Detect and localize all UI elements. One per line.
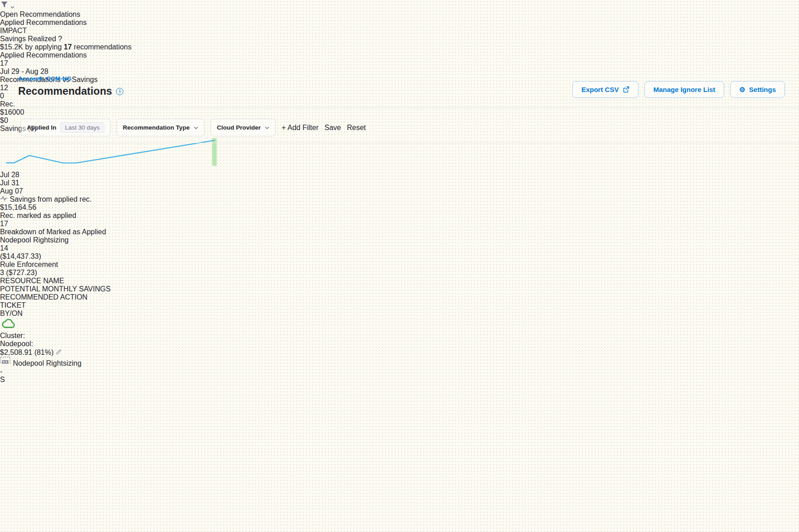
breakdown-row-label: Rule Enforcement	[0, 261, 799, 269]
resource-name-cell: Cluster: Nodepool:	[0, 332, 799, 348]
right-axis-tick-top: $16000	[0, 108, 799, 116]
export-csv-label: Export CSV	[581, 86, 619, 93]
applied-in-label: Applied In	[27, 124, 56, 131]
legend-line-value: $15,164.56	[0, 203, 799, 212]
funnel-icon	[0, 0, 9, 9]
col-header-ticket[interactable]: TICKET	[0, 301, 799, 310]
x-axis-label: Aug 07	[0, 187, 799, 195]
applied-count: 17	[0, 59, 799, 68]
recommendations-page: Account: CCM-NG Recommendations i Export…	[0, 0, 799, 532]
info-icon[interactable]: i	[116, 88, 123, 95]
page-title: Recommendations	[18, 85, 112, 97]
impact-strip-label: IMPACT	[0, 27, 27, 34]
applied-in-value[interactable]: Last 30 days	[60, 122, 104, 133]
breakdown-row: Nodepool Rightsizing 14 ($14,437.33)	[0, 236, 799, 261]
col-header-resource-name[interactable]: RESOURCE NAME	[0, 277, 799, 285]
chevron-down-icon	[194, 126, 198, 129]
tab-applied-recommendations[interactable]: Applied Recommendations	[0, 19, 799, 27]
chevron-down-icon	[265, 126, 269, 129]
question-icon[interactable]: ?	[58, 35, 62, 43]
manage-ignore-list-button[interactable]: Manage Ignore List	[644, 81, 725, 98]
savings-realized-title: Savings Realized	[0, 35, 56, 43]
col-header-potential-monthly-savings[interactable]: POTENTIAL MONTHLY SAVINGS	[0, 285, 799, 293]
account-breadcrumb[interactable]: Account: CCM-NG	[18, 75, 72, 82]
x-axis-label: Jul 28	[0, 171, 799, 179]
tab-open-recommendations[interactable]: Open Recommendations	[0, 10, 799, 19]
desc-post: recommendations	[74, 43, 132, 51]
filter-applied-in[interactable]: Applied In Last 30 days	[20, 119, 111, 136]
savings-percent: (81%)	[34, 348, 54, 356]
savings-value: $2,508.91	[0, 348, 32, 356]
save-filter-link[interactable]: Save	[324, 124, 341, 132]
savings-realized-card: IMPACT Savings Realized ? $15.2K by appl…	[0, 27, 799, 51]
potential-savings-cell: $2,508.91 (81%)	[0, 348, 799, 357]
applied-card-title: Applied Recommendations	[0, 51, 799, 59]
breakdown-row-value-line1: 14	[0, 244, 799, 252]
filterbar-divider	[0, 143, 799, 143]
legend-rec-bar: Rec. marked as applied 17	[0, 212, 799, 228]
settings-button[interactable]: ⚙ Settings	[730, 81, 785, 98]
cluster-label: Cluster:	[0, 332, 25, 339]
applied-recommendations-card: Applied Recommendations 17 Jul 29 - Aug …	[0, 51, 799, 76]
breakdown-row-value-line2: ($14,437.33)	[0, 252, 799, 261]
recommended-action-label: Nodepool Rightsizing	[13, 359, 81, 367]
breakdown-title: Breakdown of Marked as Applied	[0, 228, 799, 236]
cloud-provider-label: Cloud Provider	[217, 124, 261, 131]
resource-icon-cell	[0, 318, 799, 332]
header-divider	[0, 107, 799, 108]
ticket-cell: -	[0, 368, 799, 376]
by-user-avatar[interactable]: S	[0, 376, 799, 384]
recommendation-type-label: Recommendation Type	[123, 124, 190, 131]
savings-realized-amount: $15.2K	[0, 43, 23, 51]
desc-count: 17	[64, 43, 72, 51]
legend-savings-line: Savings from applied rec. $15,164.56	[0, 195, 799, 212]
table-row[interactable]: Cluster: Nodepool: $2,508.91 (81%) Nodep…	[0, 318, 799, 384]
filter-cloud-provider[interactable]: Cloud Provider	[210, 119, 276, 136]
legend-bar-label: Rec. marked as applied	[0, 212, 76, 219]
breakdown-row-value-line1: 3 ($727.23)	[0, 269, 799, 277]
desc-pre: by applying	[25, 43, 62, 51]
breakdown-row-value: 14 ($14,437.33)	[0, 244, 799, 261]
reset-filter-link[interactable]: Reset	[347, 124, 366, 132]
breakdown-row-value: 3 ($727.23)	[0, 269, 799, 277]
legend-line-label: Savings from applied rec.	[10, 195, 92, 203]
filter-recommendation-type[interactable]: Recommendation Type	[117, 119, 205, 136]
legend-bar-value: 17	[0, 220, 799, 228]
cloud-icon	[0, 318, 17, 330]
nodepool-label: Nodepool:	[0, 340, 33, 348]
gear-icon: ⚙	[739, 86, 745, 93]
x-axis-labels: Jul 28Jul 31Aug 07	[0, 171, 799, 195]
manage-ignore-list-label: Manage Ignore List	[653, 86, 716, 93]
col-header-by-on[interactable]: BY/ON	[0, 310, 799, 318]
col-header-recommended-action[interactable]: RECOMMENDED ACTION	[0, 293, 799, 301]
breakdown-panel: Breakdown of Marked as Applied Nodepool …	[0, 228, 799, 277]
export-csv-button[interactable]: Export CSV	[572, 81, 638, 98]
recommended-action-cell: Nodepool Rightsizing	[0, 357, 799, 368]
savings-realized-desc: by applying 17 recommendations	[25, 43, 132, 51]
chevron-down-icon	[10, 6, 15, 9]
pulse-line-icon	[0, 195, 8, 202]
filter-panel-toggle[interactable]	[0, 0, 799, 10]
breakdown-row: Rule Enforcement 3 ($727.23)	[0, 261, 799, 277]
recommendations-tabs: Open Recommendations Applied Recommendat…	[0, 10, 799, 27]
add-filter-button[interactable]: + Add Filter	[282, 124, 318, 132]
line-savings-from-applied-rec	[6, 140, 214, 163]
chart-card: Recommendations vs Savings 12 0 Rec. $16…	[0, 76, 799, 277]
applied-date-range: Jul 29 - Aug 28	[0, 68, 799, 76]
breakdown-row-label: Nodepool Rightsizing	[0, 236, 799, 244]
external-link-icon	[623, 86, 629, 93]
nodepool-icon	[0, 357, 11, 366]
recommendations-vs-savings-chart	[0, 133, 218, 169]
settings-label: Settings	[749, 86, 776, 93]
edit-pencil-icon[interactable]	[56, 348, 63, 355]
x-axis-label: Jul 31	[0, 179, 799, 187]
impact-strip: IMPACT	[0, 27, 799, 35]
